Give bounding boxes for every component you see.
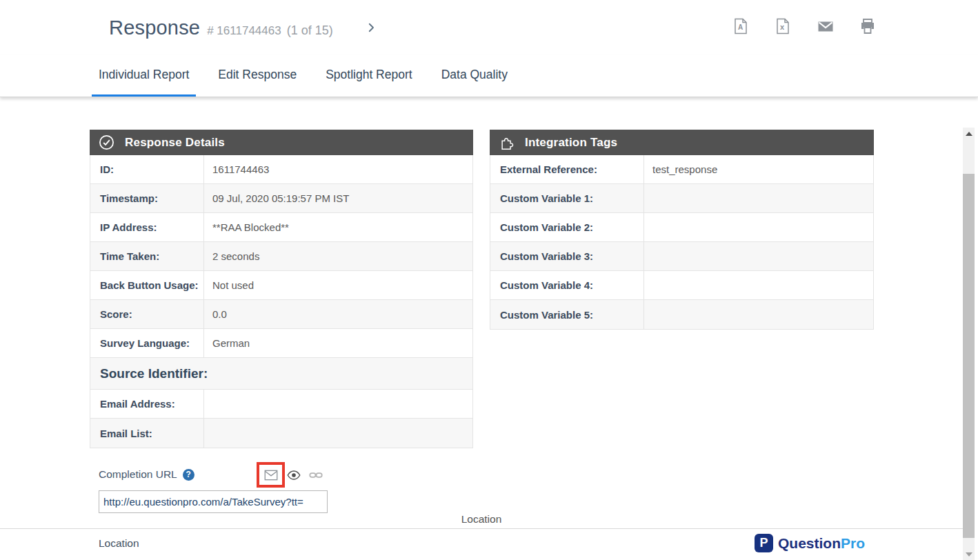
logo-text-primary: Question <box>778 535 841 551</box>
integration-tags-table: External Reference: test_response Custom… <box>490 155 874 330</box>
tab-data-quality[interactable]: Data Quality <box>435 55 515 97</box>
row-value: **RAA Blocked** <box>204 213 289 241</box>
location-footer-label: Location <box>99 537 139 550</box>
response-details-table: ID: 1611744463 Timestamp: 09 Jul, 2020 0… <box>90 155 473 448</box>
table-row: ID: 1611744463 <box>90 155 472 184</box>
row-label: Custom Variable 2: <box>490 213 644 241</box>
row-value <box>644 213 652 241</box>
row-value <box>644 271 652 299</box>
email-completion-url-button[interactable] <box>257 462 285 488</box>
row-value: 0.0 <box>204 300 227 328</box>
row-value: 09 Jul, 2020 05:19:57 PM IST <box>204 184 349 212</box>
svg-text:x: x <box>780 23 785 31</box>
puzzle-icon <box>499 134 515 150</box>
questionpro-logo-text: QuestionPro <box>778 535 865 552</box>
row-label: External Reference: <box>490 155 644 183</box>
logo-text-secondary: Pro <box>841 535 865 551</box>
table-row: Custom Variable 1: <box>490 184 873 213</box>
row-label: Custom Variable 1: <box>490 184 644 212</box>
row-value: 1611744463 <box>204 155 269 183</box>
response-details-header: Response Details <box>90 130 473 155</box>
scrollbar-thumb[interactable] <box>963 174 975 538</box>
row-value <box>204 390 212 418</box>
table-row: Timestamp: 09 Jul, 2020 05:19:57 PM IST <box>90 184 472 213</box>
preview-eye-button[interactable] <box>287 470 301 481</box>
row-value: test_response <box>644 155 717 183</box>
row-value <box>204 419 212 448</box>
row-value: German <box>204 329 250 357</box>
table-row: Email Address: <box>90 390 472 419</box>
table-row: Email List: <box>90 419 472 448</box>
table-row: Back Button Usage: Not used <box>90 271 472 300</box>
row-value <box>644 184 652 212</box>
export-toolbar: A x <box>733 18 875 34</box>
tab-edit-response[interactable]: Edit Response <box>211 55 303 97</box>
row-value <box>644 300 652 329</box>
tab-spotlight-report[interactable]: Spotlight Report <box>319 55 419 97</box>
table-row: IP Address: **RAA Blocked** <box>90 213 472 242</box>
table-row: Custom Variable 5: <box>490 300 873 329</box>
table-row: Survey Language: German <box>90 329 472 358</box>
row-value <box>644 242 652 270</box>
copy-link-button[interactable] <box>309 470 323 480</box>
section-heading-label: Source Identifier: <box>90 358 472 389</box>
top-bar: Response # 1611744463 (1 of 15) A x <box>0 0 978 55</box>
title-group: Response # 1611744463 (1 of 15) <box>109 17 333 39</box>
row-label: Survey Language: <box>90 329 204 357</box>
arrow-down-icon <box>966 552 972 557</box>
svg-text:A: A <box>738 23 743 31</box>
completion-url-label: Completion URL <box>99 468 177 481</box>
export-pdf-icon[interactable]: A <box>733 18 748 34</box>
response-number: # 1611744463 <box>207 24 281 38</box>
table-row: Score: 0.0 <box>90 300 472 329</box>
response-details-panel: Response Details ID: 1611744463 Timestam… <box>90 130 473 448</box>
email-icon[interactable] <box>817 18 832 34</box>
panel-title: Integration Tags <box>525 136 617 150</box>
row-value: Not used <box>204 271 254 299</box>
print-icon[interactable] <box>859 18 875 34</box>
help-icon[interactable]: ? <box>183 469 194 481</box>
table-section-heading: Source Identifier: <box>90 358 472 390</box>
response-count: (1 of 15) <box>287 23 333 38</box>
row-label: Score: <box>90 300 204 328</box>
row-label: Email List: <box>90 419 204 448</box>
table-row: Custom Variable 4: <box>490 271 873 300</box>
table-row: Custom Variable 3: <box>490 242 873 271</box>
tab-individual-report[interactable]: Individual Report <box>92 55 196 97</box>
report-tabs: Individual Report Edit Response Spotligh… <box>0 55 978 97</box>
row-label: IP Address: <box>90 213 204 241</box>
table-row: External Reference: test_response <box>490 155 873 184</box>
page-title: Response <box>109 17 200 39</box>
row-label: Custom Variable 3: <box>490 242 644 270</box>
questionpro-logo[interactable]: P QuestionPro <box>755 534 865 552</box>
response-detail-page: Response # 1611744463 (1 of 15) A x <box>0 0 978 560</box>
link-icon <box>309 470 323 480</box>
row-label: Custom Variable 4: <box>490 271 644 299</box>
arrow-up-icon <box>966 132 972 136</box>
scrollbar-down-button[interactable] <box>963 548 975 560</box>
export-excel-icon[interactable]: x <box>775 18 790 34</box>
row-value: 2 seconds <box>204 242 259 270</box>
row-label: Time Taken: <box>90 242 204 270</box>
check-circle-icon <box>99 134 114 150</box>
row-label: Custom Variable 5: <box>490 300 644 329</box>
table-row: Time Taken: 2 seconds <box>90 242 472 271</box>
eye-icon <box>287 470 301 481</box>
panel-title: Response Details <box>125 136 225 150</box>
row-label: Back Button Usage: <box>90 271 204 299</box>
section-divider <box>0 528 963 529</box>
questionpro-logo-mark: P <box>755 534 773 552</box>
email-icon <box>264 470 278 481</box>
scrollbar-up-button[interactable] <box>963 128 975 139</box>
row-label: ID: <box>90 155 204 183</box>
integration-tags-panel: Integration Tags External Reference: tes… <box>490 130 874 330</box>
completion-url-label-group: Completion URL ? <box>99 468 194 481</box>
vertical-scrollbar[interactable] <box>963 128 975 560</box>
completion-url-input[interactable] <box>99 490 328 513</box>
row-label: Email Address: <box>90 390 204 418</box>
integration-tags-header: Integration Tags <box>490 130 874 155</box>
row-label: Timestamp: <box>90 184 204 212</box>
next-response-button[interactable] <box>365 21 377 34</box>
location-section-title: Location <box>0 513 963 526</box>
chevron-right-icon <box>365 21 377 34</box>
